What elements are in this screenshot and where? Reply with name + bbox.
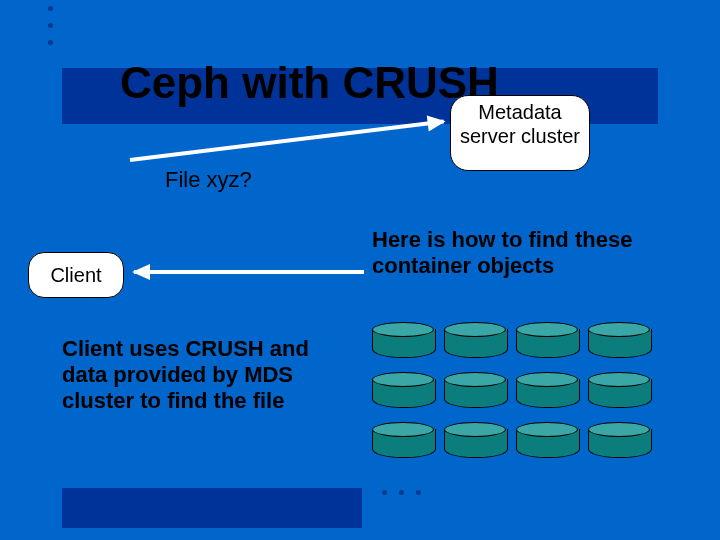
client-box: Client [28, 252, 124, 298]
disk-icon [372, 322, 434, 362]
response-text: Here is how to find these container obje… [372, 227, 692, 279]
metadata-server-box: Metadata server cluster [450, 95, 590, 171]
bullet-dot [48, 6, 53, 11]
footer-bar [62, 488, 362, 528]
bullet-dot [416, 490, 421, 495]
bullet-dot [48, 40, 53, 45]
slide-title: Ceph with CRUSH [120, 58, 499, 108]
arrow-client-to-mds [130, 120, 444, 162]
disk-icon [516, 422, 578, 462]
arrow-mds-to-client [134, 270, 364, 274]
disk-icon [516, 372, 578, 412]
corner-dots-top [48, 6, 53, 45]
disk-row [372, 422, 650, 462]
disk-row [372, 322, 650, 362]
disk-icon [372, 372, 434, 412]
query-label: File xyz? [165, 167, 252, 193]
disk-icon [588, 372, 650, 412]
explain-text: Client uses CRUSH and data provided by M… [62, 336, 342, 414]
disk-icon [444, 322, 506, 362]
bullet-dot [48, 23, 53, 28]
disk-icon [516, 322, 578, 362]
disk-row [372, 372, 650, 412]
bullet-dot [399, 490, 404, 495]
bullet-dot [382, 490, 387, 495]
disk-icon [444, 372, 506, 412]
disk-icon [588, 422, 650, 462]
disk-icon [444, 422, 506, 462]
disk-icon [372, 422, 434, 462]
object-store-grid [372, 322, 650, 472]
corner-dots-bottom [382, 490, 421, 495]
disk-icon [588, 322, 650, 362]
